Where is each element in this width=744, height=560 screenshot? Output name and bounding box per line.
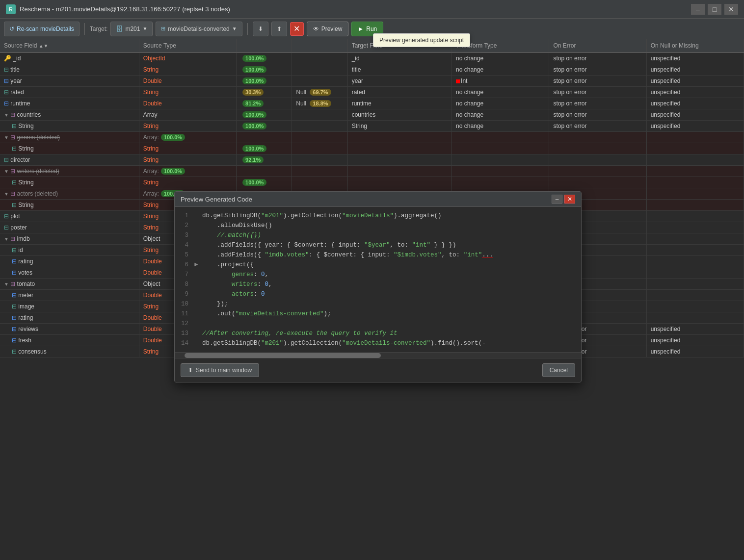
table-area: Source Field ▲▼ Source Type Target Field… <box>0 39 744 560</box>
col-pct2 <box>292 39 347 52</box>
import-button[interactable]: ⬇ <box>253 22 268 36</box>
tooltip: Preview generated update script <box>373 33 470 47</box>
window-title: Reschema - m201.movieDetails@192.168.31.… <box>20 5 230 13</box>
preview-header: Preview Generated Code – ✕ <box>175 192 581 207</box>
db-dropdown[interactable]: 🗄 m201 ▼ <box>110 22 153 36</box>
table-row[interactable]: 🔑 _id ObjectId 100.0% _id no change stop… <box>0 52 744 64</box>
num-icon: ⊟ <box>4 77 9 84</box>
toolbar: ↺ Re-scan movieDetails Target: 🗄 m201 ▼ … <box>0 19 744 39</box>
minimize-button[interactable]: – <box>691 4 705 15</box>
string-icon: ⊟ <box>12 123 17 129</box>
table-row[interactable]: ⊟ director String 92.1% <box>0 154 744 166</box>
preview-header-buttons: – ✕ <box>552 195 575 204</box>
send-icon: ⬆ <box>188 367 193 374</box>
table-row[interactable]: ⊟ String String 100.0% <box>0 143 744 154</box>
code-line-8: 8 writers: 0, <box>175 280 581 289</box>
preview-body: 1 db.getSiblingDB("m201").getCollection(… <box>175 207 581 358</box>
caret-icon: ▼ <box>142 26 147 31</box>
num-icon: ⊟ <box>12 258 17 265</box>
table-row[interactable]: ▼ ⊟ countries Array 100.0% countries no … <box>0 109 744 121</box>
string-icon: ⊟ <box>4 89 9 96</box>
separator2 <box>247 23 248 35</box>
code-line-2: 2 .allowDiskUse() <box>175 221 581 230</box>
string-icon: ⊟ <box>4 66 9 73</box>
expand-icon: ▼ <box>4 281 9 287</box>
num-icon: ⊟ <box>12 292 17 299</box>
string-icon: ⊟ <box>12 348 17 355</box>
num-icon: ⊟ <box>4 100 9 107</box>
code-line-12: 12 <box>175 319 581 329</box>
obj-icon: ⊟ <box>10 235 15 242</box>
app-icon: R <box>6 4 16 14</box>
table-row[interactable]: ⊟ String String 100.0% String no change … <box>0 121 744 132</box>
num-icon: ⊟ <box>12 314 17 321</box>
code-line-3: 3 //.match({}) <box>175 230 581 240</box>
arr-icon: ⊟ <box>10 134 15 141</box>
code-line-4: 4 .addFields({ year: { $convert: { input… <box>175 240 581 250</box>
caret-icon2: ▼ <box>232 26 237 31</box>
scrollbar-thumb[interactable] <box>185 353 381 358</box>
export-button[interactable]: ⬆ <box>271 22 287 36</box>
code-line-7: 7 genres: 0, <box>175 270 581 280</box>
code-line-13: 13 //After converting, re-execute the qu… <box>175 329 581 338</box>
db-icon: 🗄 <box>116 25 123 33</box>
import-icon: ⬇ <box>258 25 263 32</box>
code-line-14: 14 db.getSiblingDB("m201").getCollection… <box>175 338 581 348</box>
cancel-preview-button[interactable]: Cancel <box>542 363 575 377</box>
close-button[interactable]: ✕ <box>724 4 738 15</box>
preview-panel: Preview Generated Code – ✕ 1 db.getSibli… <box>174 191 582 382</box>
arr-icon: ⊟ <box>10 190 15 197</box>
preview-icon: 👁 <box>313 25 319 32</box>
rescan-button[interactable]: ↺ Re-scan movieDetails <box>4 22 80 36</box>
table-row[interactable]: ⊟ year Double 100.0% year Int stop on er… <box>0 76 744 87</box>
table-row[interactable]: ⊟ String String 100.0% <box>0 177 744 188</box>
table-row[interactable]: ▼ ⊟ genres (deleted) Array:100.0% <box>0 132 744 143</box>
string-icon: ⊟ <box>12 145 17 152</box>
table-row[interactable]: ⊟ rated String 30.3% Null 69.7% rated no… <box>0 87 744 98</box>
arr-icon: ⊟ <box>10 111 15 118</box>
code-area[interactable]: 1 db.getSiblingDB("m201").getCollection(… <box>175 207 581 352</box>
titlebar: R Reschema - m201.movieDetails@192.168.3… <box>0 0 744 19</box>
send-to-main-button[interactable]: ⬆ Send to main window <box>181 363 259 377</box>
maximize-button[interactable]: □ <box>708 4 721 15</box>
col-pct1 <box>237 39 292 52</box>
preview-scrollbar[interactable] <box>175 352 581 358</box>
expand-icon: ▼ <box>4 169 9 174</box>
table-icon: ⊞ <box>161 25 165 32</box>
key-icon: 🔑 <box>4 55 11 62</box>
code-line-6: 6 ► .project({ <box>175 260 581 270</box>
preview-button[interactable]: 👁 Preview <box>307 22 349 36</box>
num-icon: ⊟ <box>12 337 17 344</box>
preview-title: Preview Generated Code <box>181 196 252 203</box>
separator <box>84 23 85 35</box>
code-line-5: 5 .addFields({ "imdb.votes": { $convert:… <box>175 250 581 260</box>
code-line-11: 11 .out("movieDetails-converted"); <box>175 309 581 319</box>
string-icon: ⊟ <box>4 224 9 231</box>
col-source-type[interactable]: Source Type <box>139 39 236 52</box>
target-label: Target: <box>90 25 108 32</box>
num-icon: ⊟ <box>12 326 17 332</box>
table-row[interactable]: ▼ ⊟ writers (deleted) Array:100.0% <box>0 166 744 177</box>
arr-icon: ⊟ <box>10 168 15 175</box>
preview-minimize-button[interactable]: – <box>552 195 562 204</box>
table-row[interactable]: ⊟ runtime Double 81.2% Null 18.8% runtim… <box>0 98 744 109</box>
string-icon: ⊟ <box>12 247 17 254</box>
code-line-1: 1 db.getSiblingDB("m201").getCollection(… <box>175 211 581 221</box>
string-icon: ⊟ <box>4 213 9 220</box>
col-source-field[interactable]: Source Field ▲▼ <box>0 39 139 52</box>
string-icon: ⊟ <box>12 202 17 208</box>
collection-dropdown[interactable]: ⊞ movieDetails-converted ▼ <box>156 22 242 36</box>
stop-button[interactable]: ✕ <box>290 22 304 36</box>
export-icon: ⬆ <box>277 25 282 32</box>
preview-close-button[interactable]: ✕ <box>564 195 575 204</box>
col-on-null[interactable]: On Null or Missing <box>646 39 744 52</box>
code-line-10: 10 }); <box>175 299 581 309</box>
expand-icon: ▼ <box>4 236 9 242</box>
run-icon: ► <box>358 25 364 32</box>
preview-footer: ⬆ Send to main window Cancel <box>175 358 581 382</box>
table-row[interactable]: ⊟ title String 100.0% title no change st… <box>0 64 744 76</box>
col-on-error[interactable]: On Error <box>549 39 646 52</box>
main-area: Source Field ▲▼ Source Type Target Field… <box>0 39 744 560</box>
expand-icon: ▼ <box>4 112 9 118</box>
code-line-9: 9 actors: 0 <box>175 289 581 299</box>
